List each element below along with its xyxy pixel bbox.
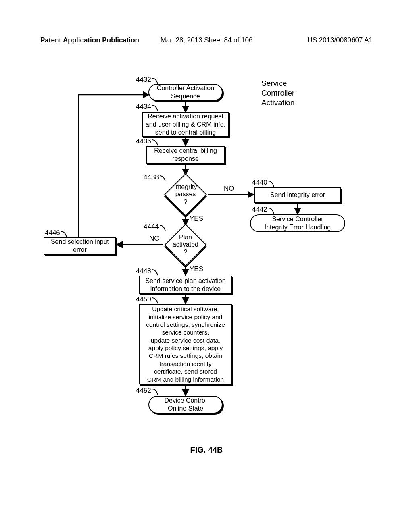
flowchart: Service Controller Activation 4432 — [0, 73, 413, 459]
ref-4442: 4442 — [252, 206, 267, 214]
ref-4450: 4450 — [136, 295, 151, 303]
terminator-controller-activation-sequence: Controller Activation Sequence — [148, 84, 223, 101]
ref-4440: 4440 — [252, 179, 267, 187]
process-receive-central-billing-response: Receive central billing response — [146, 146, 225, 164]
ref-4432: 4432 — [136, 76, 151, 84]
edge-label-yes-4444: YES — [190, 265, 203, 273]
ref-4436: 4436 — [136, 137, 151, 145]
process-send-selection-input-error: Send selection input error — [44, 237, 116, 255]
process-send-service-plan-activation: Send service plan activation information… — [139, 276, 232, 294]
page-header: Patent Application Publication Mar. 28, … — [0, 35, 413, 44]
ref-4444: 4444 — [144, 223, 159, 231]
ref-4434: 4434 — [136, 103, 151, 111]
edge-label-no-4444: NO — [149, 235, 160, 243]
header-sheet: Mar. 28, 2013 Sheet 84 of 106 — [151, 36, 262, 44]
ref-4452: 4452 — [136, 387, 151, 395]
header-publication: Patent Application Publication — [40, 36, 151, 44]
decision-plan-activated: Plan activated ? — [163, 225, 208, 265]
terminator-integrity-error-handling: Service Controller Integrity Error Handl… — [250, 214, 345, 232]
process-receive-activation-request: Receive activation request and user bill… — [142, 112, 229, 137]
edge-label-no-4438: NO — [224, 185, 234, 193]
edge-label-yes-4438: YES — [190, 215, 203, 223]
header-pubnumber: US 2013/0080607 A1 — [262, 36, 373, 44]
decision-integrity-passes: Integrity passes ? — [163, 175, 208, 215]
ref-4438: 4438 — [144, 173, 159, 181]
ref-4446: 4446 — [45, 229, 60, 237]
terminator-device-control-online-state: Device Control Online State — [148, 396, 223, 414]
figure-caption: FIG. 44B — [0, 445, 413, 455]
process-update-critical-software: Update critical software, initialize ser… — [139, 304, 232, 384]
process-send-integrity-error: Send integrity error — [254, 187, 341, 203]
ref-4448: 4448 — [136, 267, 151, 275]
